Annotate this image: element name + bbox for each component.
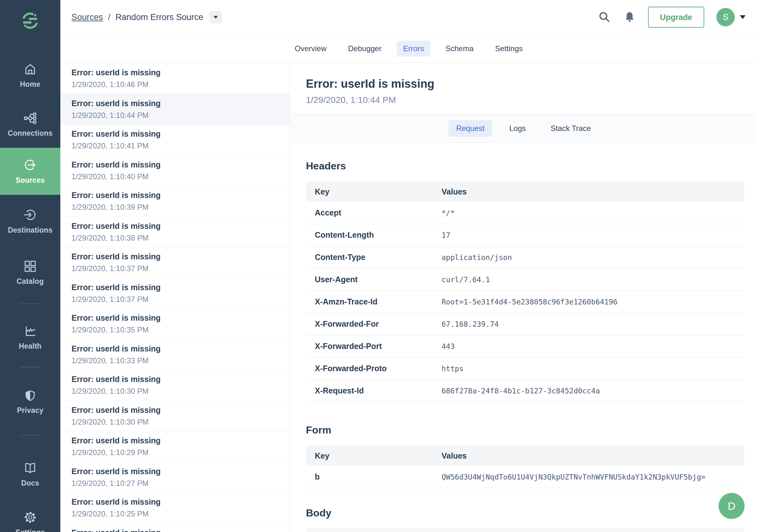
- error-timestamp: 1/29/2020, 1:10:30 PM: [72, 387, 283, 396]
- list-item[interactable]: Error: userId is missing 1/29/2020, 1:10…: [60, 370, 290, 401]
- sidebar-item-health[interactable]: Health: [0, 314, 60, 361]
- list-item[interactable]: Error: userId is missing 1/29/2020, 1:10…: [60, 401, 290, 432]
- error-detail-header: Error: userId is missing 1/29/2020, 1:10…: [290, 63, 757, 114]
- subtab-request[interactable]: Request: [448, 120, 492, 137]
- health-icon: [23, 325, 37, 338]
- list-item[interactable]: Error: userId is missing 1/29/2020, 1:10…: [60, 155, 290, 186]
- error-title: Error: userId is missing: [72, 528, 283, 532]
- sidebar-item-label: Health: [19, 342, 42, 351]
- account-menu[interactable]: S: [716, 8, 745, 26]
- header-key: Content-Length: [306, 231, 441, 240]
- headers-table: Key Values Accept */* Content-Length: [306, 181, 744, 402]
- sidebar-item-label: Connections: [8, 129, 52, 138]
- segment-logo-icon[interactable]: [20, 10, 41, 32]
- home-icon: [23, 63, 37, 76]
- sidebar-item-connections[interactable]: Connections: [0, 101, 60, 148]
- list-item[interactable]: Error: userId is missing 1/29/2020, 1:10…: [60, 63, 290, 94]
- sidebar-item-label: Catalog: [16, 277, 44, 286]
- list-item[interactable]: Error: userId is missing 1/29/2020, 1:10…: [60, 431, 290, 462]
- list-item[interactable]: Error: userId is missing 1/29/2020, 1:10…: [60, 339, 290, 370]
- source-switcher-button[interactable]: [210, 11, 222, 23]
- sidebar-divider: [20, 435, 40, 435]
- list-item[interactable]: Error: userId is missing 1/29/2020, 1:10…: [60, 493, 290, 523]
- headers-section-title: Headers: [306, 160, 744, 172]
- header-actions: Upgrade S: [598, 0, 745, 34]
- subtab-stack-trace[interactable]: Stack Trace: [543, 120, 598, 137]
- tab-overview[interactable]: Overview: [288, 41, 333, 57]
- error-title: Error: userId is missing: [72, 344, 283, 353]
- sidebar-item-settings[interactable]: Settings: [0, 500, 60, 532]
- header-key: X-Forwarded-Proto: [306, 364, 441, 373]
- list-item[interactable]: Error: userId is missing 1/29/2020, 1:10…: [60, 247, 290, 278]
- bell-icon: [623, 11, 636, 23]
- list-item[interactable]: Error: userId is missing: [60, 523, 290, 532]
- header-value: curl/7.64.1: [441, 275, 744, 284]
- source-tabs: Overview Debugger Errors Schema Settings: [60, 34, 757, 63]
- page-title: Error: userId is missing: [306, 77, 744, 91]
- error-detail: Error: userId is missing 1/29/2020, 1:10…: [290, 63, 757, 532]
- sidebar-item-home[interactable]: Home: [0, 52, 60, 99]
- header-key: X-Forwarded-For: [306, 319, 441, 329]
- sidebar-item-destinations[interactable]: Destinations: [0, 198, 60, 245]
- notifications-button[interactable]: [623, 11, 636, 23]
- error-title: Error: userId is missing: [72, 375, 283, 384]
- sidebar-item-sources[interactable]: Sources: [0, 148, 60, 195]
- catalog-icon: [23, 260, 37, 273]
- connections-icon: [23, 111, 37, 125]
- error-timestamp: 1/29/2020, 1:10:44 PM: [72, 111, 283, 120]
- list-item[interactable]: Error: userId is missing 1/29/2020, 1:10…: [60, 125, 290, 155]
- sidebar-item-privacy[interactable]: Privacy: [0, 379, 60, 425]
- error-title: Error: userId is missing: [72, 191, 283, 200]
- privacy-icon: [24, 389, 37, 402]
- detail-subtabs: Request Logs Stack Trace: [290, 114, 757, 143]
- upgrade-button[interactable]: Upgrade: [648, 7, 704, 28]
- list-item[interactable]: Error: userId is missing 1/29/2020, 1:10…: [60, 94, 290, 125]
- table-row: X-Request-Id 686f278a-24f8-4b1c-b127-3c8…: [306, 380, 744, 402]
- sidebar-item-label: Sources: [15, 176, 45, 185]
- header-value: application/json: [441, 253, 744, 262]
- error-timestamp: 1/29/2020, 1:10:40 PM: [72, 172, 283, 181]
- error-timestamp: 1/29/2020, 1:10:29 PM: [72, 448, 283, 457]
- error-timestamp: 1/29/2020, 1:10:37 PM: [72, 295, 283, 304]
- table-row: User-Agent curl/7.64.1: [306, 268, 744, 291]
- form-section-title: Form: [306, 424, 744, 436]
- table-header-row: Key Values: [306, 446, 744, 466]
- table-row: Content-Type application/json: [306, 246, 744, 268]
- header-key: X-Request-Id: [306, 386, 441, 395]
- subtab-logs[interactable]: Logs: [501, 120, 533, 137]
- sidebar-item-catalog[interactable]: Catalog: [0, 249, 60, 296]
- search-button[interactable]: [598, 11, 611, 24]
- top-bar: Sources / Random Errors Source Upgrade: [60, 0, 757, 34]
- list-item[interactable]: Error: userId is missing 1/29/2020, 1:10…: [60, 278, 290, 309]
- header-value: 17: [441, 231, 744, 239]
- list-item[interactable]: Error: userId is missing 1/29/2020, 1:10…: [60, 186, 290, 217]
- error-list: Error: userId is missing 1/29/2020, 1:10…: [60, 63, 290, 532]
- destinations-icon: [23, 208, 37, 222]
- error-timestamp: 1/29/2020, 1:10:41 PM: [72, 141, 283, 150]
- sidebar-item-docs[interactable]: Docs: [0, 451, 60, 498]
- avatar[interactable]: S: [716, 8, 735, 26]
- chat-widget-button[interactable]: D: [718, 493, 744, 519]
- table-header-row: Key Values: [306, 181, 744, 202]
- tab-schema[interactable]: Schema: [439, 41, 480, 57]
- error-timestamp: 1/29/2020, 1:10:39 PM: [72, 203, 283, 212]
- chevron-down-icon: [213, 16, 218, 19]
- error-title: Error: userId is missing: [72, 497, 283, 507]
- header-key: Content-Type: [306, 253, 441, 262]
- form-value: QW56d3U4WjNqdTo6U1U4VjN3QkpUZTNvTnhWVFNU…: [441, 473, 744, 481]
- column-header-values: Values: [441, 187, 744, 196]
- list-item[interactable]: Error: userId is missing 1/29/2020, 1:10…: [60, 309, 290, 339]
- table-row: X-Forwarded-Port 443: [306, 335, 744, 358]
- content: Error: userId is missing 1/29/2020, 1:10…: [60, 63, 757, 532]
- list-item[interactable]: Error: userId is missing 1/29/2020, 1:10…: [60, 462, 290, 493]
- list-item[interactable]: Error: userId is missing 1/29/2020, 1:10…: [60, 217, 290, 248]
- tab-settings[interactable]: Settings: [489, 41, 529, 57]
- tab-errors[interactable]: Errors: [397, 41, 430, 57]
- headers-table-rows: Accept */* Content-Length 17 Content-Typ…: [306, 202, 744, 402]
- sidebar-item-label: Destinations: [8, 226, 52, 235]
- breadcrumb-sources-link[interactable]: Sources: [72, 13, 103, 22]
- header-key: User-Agent: [306, 275, 441, 284]
- tab-debugger[interactable]: Debugger: [342, 41, 388, 57]
- sidebar: Home Connections Sources Destinations: [0, 0, 60, 532]
- error-title: Error: userId is missing: [72, 160, 283, 170]
